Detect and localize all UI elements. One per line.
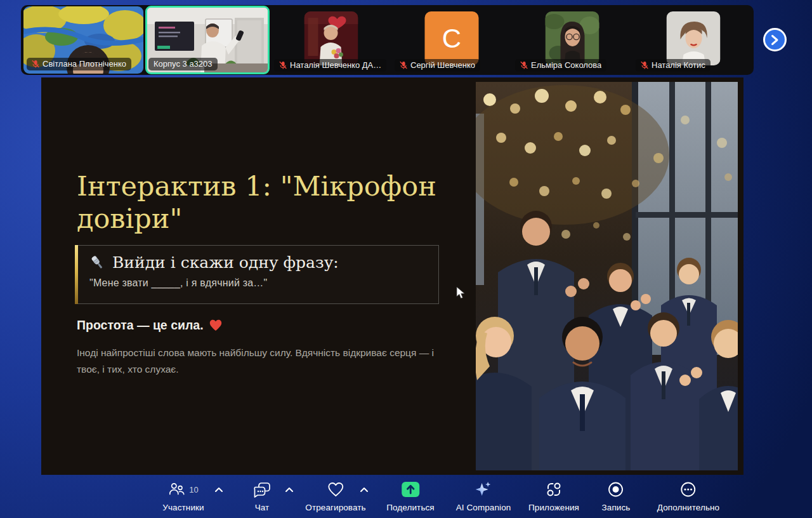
toolbar-more-button[interactable]: Дополнительно <box>657 480 719 512</box>
participant-name: Наталія Котис <box>652 60 705 70</box>
apps-icon <box>546 481 562 498</box>
photo-illustration <box>476 82 738 470</box>
participants-icon <box>168 482 185 497</box>
participant-tile[interactable]: Наталія Шевченко ДА… <box>271 5 391 75</box>
participants-filmstrip: Світлана Плотніченко Корпус 3 а3203 <box>21 5 754 75</box>
toolbar-react-button[interactable]: Отреагировать <box>305 480 365 512</box>
mic-muted-icon <box>520 61 528 69</box>
quote-accent-bar <box>75 245 78 304</box>
slide-emphasis: Простота — це сила. <box>77 318 222 333</box>
toolbar-label: Чат <box>255 503 270 512</box>
toolbar-apps-button[interactable]: Приложения <box>528 480 579 512</box>
mic-muted-icon <box>641 61 648 69</box>
react-menu-chevron-icon[interactable] <box>360 487 369 493</box>
participant-name: Сергій Шевченко <box>410 60 475 70</box>
avatar-photo <box>666 11 720 65</box>
avatar <box>666 11 720 65</box>
avatar <box>304 11 358 65</box>
record-icon <box>608 481 624 498</box>
toolbar-record-button[interactable]: Запись <box>602 480 631 512</box>
share-screen-icon <box>401 481 420 498</box>
participant-name: Ельміра Соколова <box>531 60 601 70</box>
participant-name-tag: Корпус 3 а3203 <box>148 58 218 70</box>
participant-name-tag: Наталія Котис <box>636 59 710 72</box>
toolbar-label: Участники <box>162 503 204 512</box>
participant-tile[interactable]: Наталія Котис <box>632 5 754 75</box>
participant-tile[interactable]: Світлана Плотніченко <box>23 6 143 74</box>
toolbar-label: Запись <box>602 503 631 512</box>
slide-body-text: Іноді найпростіші слова мають найбільшу … <box>77 345 452 378</box>
toolbar-label: Отреагировать <box>305 503 365 512</box>
next-participants-button[interactable] <box>763 28 787 51</box>
participant-name-tag: Наталія Шевченко ДА… <box>274 59 386 72</box>
participant-name-tag: Світлана Плотніченко <box>27 58 131 70</box>
quote-heading: Вийди і скажи одну фразу: <box>112 253 339 272</box>
avatar-letter: C <box>442 23 461 54</box>
emphasis-text: Простота — це сила. <box>77 318 204 333</box>
mic-muted-icon <box>32 60 39 68</box>
avatar-photo <box>304 11 358 65</box>
avatar: C <box>425 11 479 65</box>
quote-line: "Мене звати _____, і я вдячний за…" <box>89 277 428 289</box>
mic-muted-icon <box>400 61 407 69</box>
participants-menu-chevron-icon[interactable] <box>214 487 223 493</box>
slide-title: Інтерактив 1: "Мікрофон довіри" <box>77 170 457 234</box>
avatar-photo <box>546 11 599 65</box>
participant-tile-active-speaker[interactable]: Корпус 3 а3203 <box>145 6 270 74</box>
slide-quote-box: Вийди і скажи одну фразу: "Мене звати __… <box>75 245 439 304</box>
more-ellipsis-icon <box>680 481 697 498</box>
heart-outline-icon <box>327 482 344 498</box>
toolbar-chat-button[interactable]: Чат <box>253 480 271 512</box>
microphone-icon <box>89 255 105 270</box>
toolbar-label: AI Companion <box>456 503 511 512</box>
toolbar-share-screen-button[interactable]: Поделиться <box>386 480 435 512</box>
chevron-right-icon <box>771 34 779 46</box>
toolbar-label: Приложения <box>528 503 579 512</box>
participant-tile[interactable]: Ельміра Соколова <box>512 5 632 75</box>
mic-muted-icon <box>279 61 287 69</box>
chat-menu-chevron-icon[interactable] <box>285 487 294 493</box>
participant-name: Наталія Шевченко ДА… <box>290 60 381 70</box>
toolbar-participants-button[interactable]: 10 Участники <box>162 480 204 512</box>
ai-sparkle-icon <box>475 481 492 498</box>
participant-name-tag: Ельміра Соколова <box>515 59 606 72</box>
avatar <box>546 11 599 65</box>
toolbar-label: Поделиться <box>386 503 435 512</box>
quote-heading-row: Вийди і скажи одну фразу: <box>89 253 428 272</box>
toolbar-ai-companion-button[interactable]: AI Companion <box>456 480 511 512</box>
red-heart-icon <box>209 319 222 331</box>
toolbar-label: Дополнительно <box>657 503 719 512</box>
participant-name: Корпус 3 а3203 <box>154 59 213 69</box>
participant-name-tag: Сергій Шевченко <box>395 59 480 72</box>
shared-screen-slide: Інтерактив 1: "Мікрофон довіри" Вийди і … <box>41 77 743 475</box>
participant-tile[interactable]: C Сергій Шевченко <box>391 5 512 75</box>
slide-photo-applauding-students <box>476 82 738 470</box>
chat-icon <box>253 482 271 498</box>
participant-name: Світлана Плотніченко <box>43 59 126 69</box>
participants-count: 10 <box>189 485 198 495</box>
